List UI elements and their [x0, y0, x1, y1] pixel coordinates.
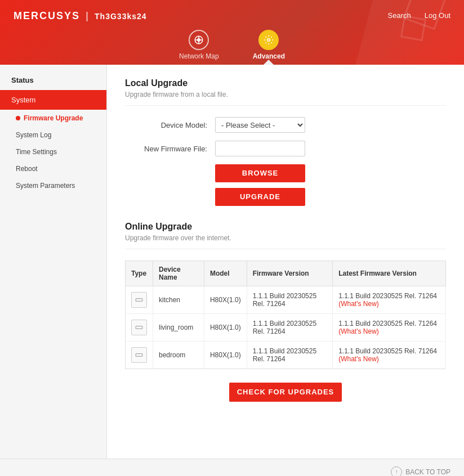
svg-rect-9 [136, 354, 142, 357]
header-divider: | [86, 10, 89, 22]
local-upgrade-title: Local Upgrade [125, 78, 446, 88]
cell-model-0: H80X(1.0) [204, 286, 247, 314]
upgrade-button[interactable]: UPGRADE [215, 188, 305, 206]
tab-advanced-label: Advanced [253, 52, 285, 60]
cell-firmware-1: 1.1.1 Build 20230525 Rel. 71264 [247, 314, 333, 342]
firmware-file-row: New Firmware File: [125, 141, 446, 156]
cell-firmware-2: 1.1.1 Build 20230525 Rel. 71264 [247, 342, 333, 369]
cell-model-1: H80X(1.0) [204, 314, 247, 342]
table-row: bedroomH80X(1.0)1.1.1 Build 20230525 Rel… [126, 342, 446, 369]
col-device-name: Device Name [153, 261, 204, 286]
sidebar-item-system[interactable]: System [0, 90, 106, 110]
header-right: Search Log Out [388, 10, 450, 20]
upgrade-table: Type Device Name Model Firmware Version … [125, 261, 446, 369]
cell-device-name-1: living_room [153, 314, 204, 342]
tab-network-map-label: Network Map [179, 52, 219, 60]
local-upgrade-section: Local Upgrade Upgrade firmware from a lo… [125, 78, 446, 206]
whats-new-link-0[interactable]: (What's New) [338, 300, 379, 308]
back-to-top[interactable]: ↑ BACK TO TOP [391, 466, 450, 477]
logout-link[interactable]: Log Out [425, 11, 450, 20]
tab-advanced[interactable]: Advanced [253, 30, 285, 65]
cell-device-name-2: bedroom [153, 342, 204, 369]
device-model-select[interactable]: - Please Select - [215, 117, 305, 133]
network-map-icon [189, 30, 209, 50]
svg-rect-7 [136, 326, 142, 329]
check-upgrades-button[interactable]: CHECK FOR UPGRADES [229, 383, 342, 402]
back-to-top-label: BACK TO TOP [405, 468, 450, 476]
cell-model-2: H80X(1.0) [204, 342, 247, 369]
sidebar-item-reboot[interactable]: Reboot [0, 160, 106, 177]
device-type-icon-1 [131, 320, 147, 335]
online-upgrade-title: Online Upgrade [125, 222, 446, 232]
active-tab-indicator [263, 60, 274, 65]
sidebar: Status System Firmware Upgrade System Lo… [0, 65, 107, 459]
active-dot [16, 116, 20, 120]
online-upgrade-desc: Upgrade firmware over the internet. [125, 234, 446, 249]
back-to-top-icon: ↑ [391, 466, 402, 477]
main-layout: Status System Firmware Upgrade System Lo… [0, 65, 464, 459]
cell-firmware-0: 1.1.1 Build 20230525 Rel. 71264 [247, 286, 333, 314]
svg-rect-5 [136, 299, 142, 302]
tab-network-map[interactable]: Network Map [179, 30, 219, 65]
sidebar-item-firmware-upgrade[interactable]: Firmware Upgrade [0, 110, 106, 127]
logo: MERCUSYS [14, 10, 80, 22]
table-row: kitchenH80X(1.0)1.1.1 Build 20230525 Rel… [126, 286, 446, 314]
browse-button[interactable]: BROWSE [215, 164, 305, 182]
device-type-icon-0 [131, 292, 147, 308]
table-header-row: Type Device Name Model Firmware Version … [126, 261, 446, 286]
cell-latest-firmware-2: 1.1.1 Build 20230525 Rel. 71264 (What's … [333, 342, 446, 369]
col-latest-firmware: Latest Firmware Version [333, 261, 446, 286]
firmware-file-label: New Firmware File: [125, 145, 215, 153]
search-link[interactable]: Search [388, 11, 411, 20]
sidebar-item-status[interactable]: Status [0, 70, 106, 90]
cell-type-1 [126, 314, 153, 342]
table-row: living_roomH80X(1.0)1.1.1 Build 20230525… [126, 314, 446, 342]
device-model-label: Device Model: [125, 121, 215, 129]
firmware-file-input[interactable] [215, 141, 305, 156]
col-firmware-version: Firmware Version [247, 261, 333, 286]
whats-new-link-1[interactable]: (What's New) [338, 327, 379, 335]
sidebar-item-system-parameters[interactable]: System Parameters [0, 177, 106, 194]
sidebar-item-time-settings[interactable]: Time Settings [0, 143, 106, 160]
local-upgrade-desc: Upgrade firmware from a local file. [125, 91, 446, 106]
whats-new-link-2[interactable]: (What's New) [338, 355, 379, 363]
device-model-row: Device Model: - Please Select - [125, 117, 446, 133]
svg-point-4 [267, 39, 270, 42]
device-name: Th3G33ks24 [95, 12, 147, 21]
online-upgrade-section: Online Upgrade Upgrade firmware over the… [125, 222, 446, 402]
device-type-icon-2 [131, 347, 147, 363]
sidebar-item-system-log[interactable]: System Log [0, 127, 106, 143]
advanced-icon [258, 30, 279, 50]
header: MERCUSYS | Th3G33ks24 Search Log Out Net… [0, 0, 464, 65]
footer: ↑ BACK TO TOP [0, 459, 464, 476]
cell-latest-firmware-0: 1.1.1 Build 20230525 Rel. 71264 (What's … [333, 286, 446, 314]
header-left: MERCUSYS | Th3G33ks24 [14, 10, 147, 22]
nav-tabs: Network Map Advanced [179, 30, 285, 65]
col-model: Model [204, 261, 247, 286]
col-type: Type [126, 261, 153, 286]
cell-type-0 [126, 286, 153, 314]
cell-type-2 [126, 342, 153, 369]
content-area: Local Upgrade Upgrade firmware from a lo… [107, 65, 464, 459]
cell-latest-firmware-1: 1.1.1 Build 20230525 Rel. 71264 (What's … [333, 314, 446, 342]
cell-device-name-0: kitchen [153, 286, 204, 314]
